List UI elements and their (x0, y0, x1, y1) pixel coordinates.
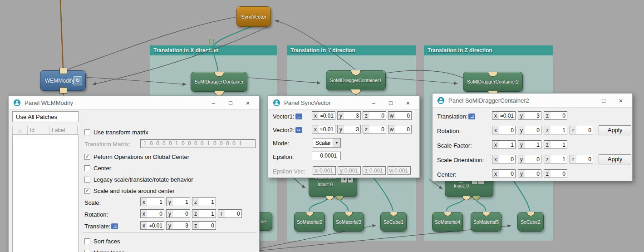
scale-factor-y-field[interactable]: y1 (518, 140, 541, 149)
edge-dragger1-to-syncvector[interactable] (275, 20, 355, 69)
perform-global-checkbox[interactable]: ✓ (84, 154, 90, 160)
rotation2-z-field[interactable]: z1 (544, 126, 567, 134)
edge-switchy-to-material2[interactable] (309, 196, 329, 211)
connector-material4-top[interactable] (444, 212, 452, 216)
scale-y-field[interactable]: y1 (166, 198, 190, 206)
panel-dragger2-titlebar[interactable]: Panel SoMIDraggerContainer2 – □ × (433, 94, 632, 108)
connector-cube1-top[interactable] (390, 212, 398, 216)
patch-table-header-sort[interactable]: △ (12, 126, 28, 135)
node-graph-canvas[interactable]: Translation in X direction Translation i… (0, 0, 644, 252)
node-material2[interactable]: SoMaterial2 (294, 212, 325, 232)
panel-syncvector-titlebar[interactable]: Panel SyncVector – □ × (268, 96, 419, 110)
center-checkbox[interactable] (84, 165, 90, 171)
edge-into-switch-y[interactable] (293, 178, 305, 188)
scale-orientation-apply-button[interactable]: Apply (599, 154, 631, 164)
patch-table-body[interactable] (12, 134, 79, 252)
patch-table-header-label[interactable]: Label (49, 126, 78, 135)
scale-orientation-z-field[interactable]: z1 (544, 155, 567, 163)
center-z-field[interactable]: z0 (544, 169, 567, 178)
panel-syncvector[interactable]: Panel SyncVector – □ × Vector1: → x≈0.01… (268, 95, 420, 178)
center-x-field[interactable]: x0 (492, 169, 516, 178)
scale-orientation-r-field[interactable]: r0 (570, 155, 593, 163)
connector-wem-bottom[interactable] (59, 87, 67, 94)
translation-z-field[interactable]: z0 (544, 111, 567, 120)
node-dragger-x[interactable]: SoMIDraggerContainer (191, 72, 247, 92)
rotation-r-field[interactable]: r0 (218, 209, 242, 218)
vector1-z-field[interactable]: z0 (363, 111, 386, 120)
edge-wem-to-dragger0[interactable] (85, 77, 186, 84)
minimize-icon[interactable]: – (206, 99, 220, 106)
node-cube1[interactable]: SoCube1 (380, 212, 407, 232)
node-dragger-z[interactable]: SoMIDraggerContainer2 (463, 72, 523, 92)
scale-factor-x-field[interactable]: x1 (492, 140, 516, 149)
edge-wem-to-syncvector[interactable] (64, 17, 236, 71)
scale-rotate-center-checkbox[interactable]: ✓ (84, 188, 90, 194)
connector-material2-top[interactable] (306, 212, 314, 216)
edge-switchz-to-material4[interactable] (447, 196, 465, 211)
scale-factor-z-field[interactable]: z1 (544, 140, 567, 149)
maximize-icon[interactable]: □ (224, 99, 237, 106)
maximize-icon[interactable]: □ (597, 97, 610, 104)
rotation-x-field[interactable]: x0 (140, 209, 164, 218)
vector1-w-field[interactable]: w0 (388, 111, 412, 120)
rotation-apply-button[interactable]: Apply (599, 125, 631, 135)
vector2-z-field[interactable]: z0 (363, 125, 386, 133)
use-transform-matrix-checkbox[interactable] (84, 129, 90, 135)
close-icon[interactable]: × (614, 97, 628, 104)
connector-dragger-y-top[interactable] (351, 70, 361, 75)
node-syncvector[interactable]: SyncVector (236, 6, 271, 27)
minimize-icon[interactable]: – (367, 99, 380, 106)
edge-dragger0-to-dragger1[interactable] (248, 78, 320, 83)
close-icon[interactable]: × (241, 99, 255, 107)
vector1-y-field[interactable]: y3 (337, 111, 361, 120)
node-wemmodify[interactable]: WEMModify ↻ (40, 70, 86, 91)
node-dragger-y[interactable]: SoMIDraggerContainer1 (326, 70, 386, 90)
patch-table-header-id[interactable]: Id (28, 126, 49, 135)
vector2-y-field[interactable]: y3 (337, 125, 361, 133)
panel-dragger2[interactable]: Panel SoMIDraggerContainer2 – □ × Transl… (432, 93, 633, 181)
connector-dragger-x-top[interactable] (214, 72, 224, 77)
rotation-z-field[interactable]: z1 (192, 209, 216, 218)
refresh-icon[interactable]: ↻ (73, 76, 82, 85)
connector-wem-top[interactable] (59, 68, 67, 74)
node-material3[interactable]: SoMaterial3 (333, 212, 364, 232)
translate-x-field[interactable]: x≈0.01 (140, 221, 164, 230)
node-material4[interactable]: SoMaterial4 (432, 212, 463, 232)
center-y-field[interactable]: y0 (518, 169, 541, 178)
translation-x-field[interactable]: x≈0.01 (492, 111, 516, 120)
legacy-checkbox[interactable] (84, 177, 90, 183)
rotation2-y-field[interactable]: y0 (518, 126, 541, 134)
scale-z-field[interactable]: z1 (192, 198, 216, 206)
close-icon[interactable]: × (401, 99, 415, 107)
connector-material3-top[interactable] (345, 212, 353, 216)
scale-orientation-x-field[interactable]: x0 (492, 155, 516, 163)
panel-wemmodify-titlebar[interactable]: Panel WEMModify – □ × (9, 96, 259, 110)
edge-syncvector-to-dragger0[interactable] (212, 26, 253, 71)
scale-orientation-y-field[interactable]: y0 (518, 155, 541, 163)
field-connection-icon[interactable]: ↦ (295, 127, 302, 133)
edge-to-cube1[interactable] (373, 177, 393, 211)
edge-brown-top[interactable] (60, 0, 63, 68)
panel-wemmodify[interactable]: Panel WEMModify – □ × Use All Patches △ … (8, 95, 260, 252)
rotation2-r-field[interactable]: r0 (570, 126, 593, 134)
vector1-x-field[interactable]: x≈0.01 (312, 111, 335, 120)
vector2-x-field[interactable]: x≈0.01 (312, 125, 335, 133)
rotation2-x-field[interactable]: x0 (492, 126, 516, 134)
connector-dragger-z-top[interactable] (488, 72, 498, 77)
field-connection-icon[interactable]: → (295, 114, 302, 119)
tab-use-all-patches[interactable]: Use All Patches (12, 111, 79, 122)
translate-y-field[interactable]: y3 (166, 221, 190, 230)
epsilon-field[interactable]: 0.0001 (312, 152, 341, 160)
translation-y-field[interactable]: y3 (518, 111, 541, 120)
edge-dragger1-to-dragger2[interactable] (386, 78, 457, 84)
connector-material5-top[interactable] (482, 212, 490, 216)
maximize-icon[interactable]: □ (384, 99, 398, 106)
node-material5[interactable]: SoMaterial5 (471, 212, 501, 232)
vector2-w-field[interactable]: w0 (388, 125, 412, 133)
translate-z-field[interactable]: z0 (192, 221, 216, 230)
mode-dropdown[interactable]: Scalar ▼ (313, 138, 341, 148)
connector-cube2-top[interactable] (527, 212, 535, 216)
edge-dragger1-to-dragger2-upper[interactable] (386, 70, 463, 78)
node-cube2[interactable]: SoCube2 (517, 212, 544, 232)
rotation-y-field[interactable]: y0 (166, 209, 190, 218)
